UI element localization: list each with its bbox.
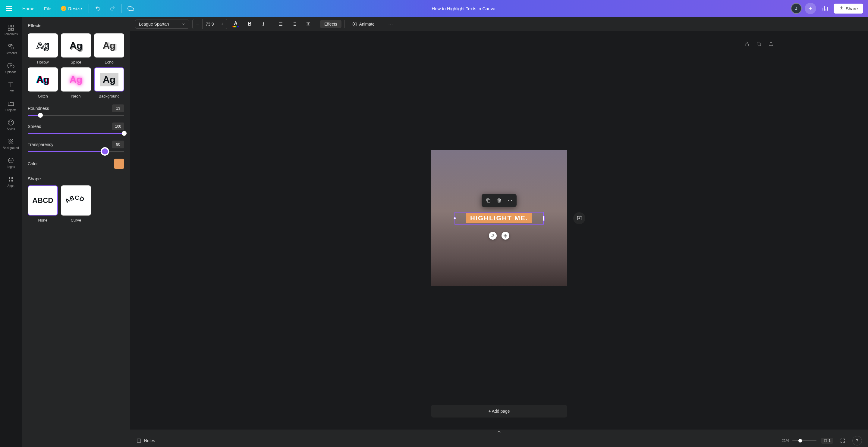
resize-handle-right[interactable] [543, 215, 545, 221]
resize-button[interactable]: 👑 Resize [58, 4, 85, 13]
rail-logos[interactable]: co. Logos [0, 153, 22, 172]
divider [89, 4, 89, 13]
top-right-controls: J Share [791, 3, 863, 14]
animate-icon [352, 21, 358, 27]
font-size-increase[interactable]: + [217, 19, 227, 29]
svg-rect-2 [8, 28, 10, 30]
rail-background[interactable]: Background [0, 134, 22, 153]
more-button[interactable]: ⋯ [385, 19, 396, 30]
add-page-fab[interactable] [573, 212, 585, 224]
transparency-value[interactable]: 80 [112, 141, 124, 148]
font-select[interactable]: League Spartan [135, 20, 189, 29]
effect-glitch-thumb: Ag [28, 67, 58, 92]
cloud-sync-icon[interactable] [125, 3, 136, 14]
duplicate-page-icon[interactable] [755, 40, 763, 47]
analytics-button[interactable] [819, 3, 831, 14]
share-button[interactable]: Share [834, 4, 863, 13]
canva-logo-icon[interactable] [5, 4, 13, 13]
more-options-button[interactable]: ⋯ [505, 196, 515, 205]
spread-slider[interactable] [28, 133, 124, 134]
roundness-value[interactable]: 13 [112, 104, 124, 112]
file-button[interactable]: File [41, 4, 54, 13]
notes-button[interactable]: Notes [136, 438, 155, 443]
undo-button[interactable] [93, 3, 103, 14]
rail-styles[interactable]: Styles [0, 115, 22, 134]
rail-uploads[interactable]: Uploads [0, 58, 22, 77]
rail-templates-label: Templates [4, 33, 18, 36]
canvas-wrapper[interactable]: ⋯ HIGHLIGHT ME. [130, 31, 868, 405]
list-button[interactable] [289, 19, 300, 30]
shape-none[interactable]: ABCD None [28, 185, 58, 222]
rail-text-label: Text [8, 90, 13, 93]
effect-splice[interactable]: Ag Splice [61, 33, 91, 64]
spread-row: Spread 100 [28, 123, 124, 130]
roundness-slider[interactable] [28, 115, 124, 116]
svg-rect-0 [8, 25, 10, 27]
effect-glitch[interactable]: Ag Glitch [28, 67, 58, 98]
effect-background-thumb: Ag [94, 67, 124, 92]
document-title[interactable]: How to Highlight Texts in Canva [140, 6, 787, 11]
svg-rect-14 [9, 180, 10, 181]
effect-neon[interactable]: Ag Neon [61, 67, 91, 98]
zoom-slider-thumb[interactable] [798, 439, 802, 443]
svg-rect-20 [487, 200, 490, 202]
bold-button[interactable]: B [244, 19, 255, 30]
spread-label: Spread [28, 124, 41, 129]
rail-apps[interactable]: Apps [0, 172, 22, 191]
effect-splice-thumb: Ag [61, 33, 91, 58]
animate-button[interactable]: Animate [348, 20, 379, 29]
home-button[interactable]: Home [19, 4, 37, 13]
effect-background[interactable]: Ag Background [94, 67, 124, 98]
rail-elements[interactable]: Elements [0, 39, 22, 58]
redo-button[interactable] [107, 3, 118, 14]
font-size-decrease[interactable]: − [193, 19, 202, 29]
rail-apps-label: Apps [7, 184, 14, 187]
canvas-page-controls [743, 40, 775, 47]
duplicate-button[interactable] [484, 196, 493, 205]
selection-box: HIGHLIGHT ME. [455, 212, 544, 225]
delete-button[interactable] [494, 196, 504, 205]
lock-icon[interactable] [743, 40, 750, 47]
svg-rect-1 [11, 25, 13, 27]
add-page-button[interactable]: + Add page [431, 405, 567, 417]
page-number-badge[interactable]: 1 [821, 438, 833, 444]
spread-value[interactable]: 100 [112, 123, 124, 130]
canvas-page[interactable]: ⋯ HIGHLIGHT ME. [431, 150, 567, 286]
rail-elements-label: Elements [4, 51, 17, 55]
shape-curve-label: Curve [71, 218, 82, 222]
color-swatch[interactable] [114, 159, 124, 169]
text-element[interactable]: ⋯ HIGHLIGHT ME. [455, 212, 544, 225]
zoom-label: 21% [781, 438, 789, 443]
effect-hollow[interactable]: Ag Hollow [28, 33, 58, 64]
font-size-input[interactable]: 73.9 [202, 19, 217, 29]
resize-handle-left[interactable] [454, 217, 456, 219]
effects-button[interactable]: Effects [320, 20, 341, 28]
avatar[interactable]: J [791, 3, 802, 14]
svg-point-7 [9, 122, 10, 123]
move-handle[interactable] [501, 232, 509, 240]
rail-templates[interactable]: Templates [0, 21, 22, 39]
help-button[interactable]: ? [852, 436, 862, 446]
effect-neon-label: Neon [71, 94, 81, 98]
highlighted-text[interactable]: HIGHLIGHT ME. [466, 213, 532, 224]
shape-curve[interactable]: ABCD Curve [61, 185, 91, 222]
effect-echo[interactable]: Ag Echo [94, 33, 124, 64]
align-button[interactable] [275, 19, 286, 30]
fullscreen-button[interactable] [838, 436, 847, 446]
shape-curve-thumb: ABCD [61, 185, 91, 215]
italic-button[interactable]: I [258, 19, 269, 30]
color-label: Color [28, 161, 38, 166]
collapse-handle[interactable] [130, 429, 868, 434]
transparency-slider[interactable] [28, 151, 124, 152]
add-member-button[interactable] [805, 3, 816, 14]
rail-text[interactable]: Text [0, 77, 22, 96]
rotate-handle[interactable] [489, 232, 497, 240]
share-page-icon[interactable] [767, 40, 775, 47]
shape-section-title: Shape [28, 176, 124, 181]
rail-projects-label: Projects [5, 108, 16, 112]
spacing-button[interactable] [303, 19, 314, 30]
zoom-slider[interactable] [792, 440, 816, 441]
rail-projects[interactable]: Projects [0, 96, 22, 115]
font-color-button[interactable]: A [230, 19, 241, 30]
transform-handles [489, 232, 509, 240]
